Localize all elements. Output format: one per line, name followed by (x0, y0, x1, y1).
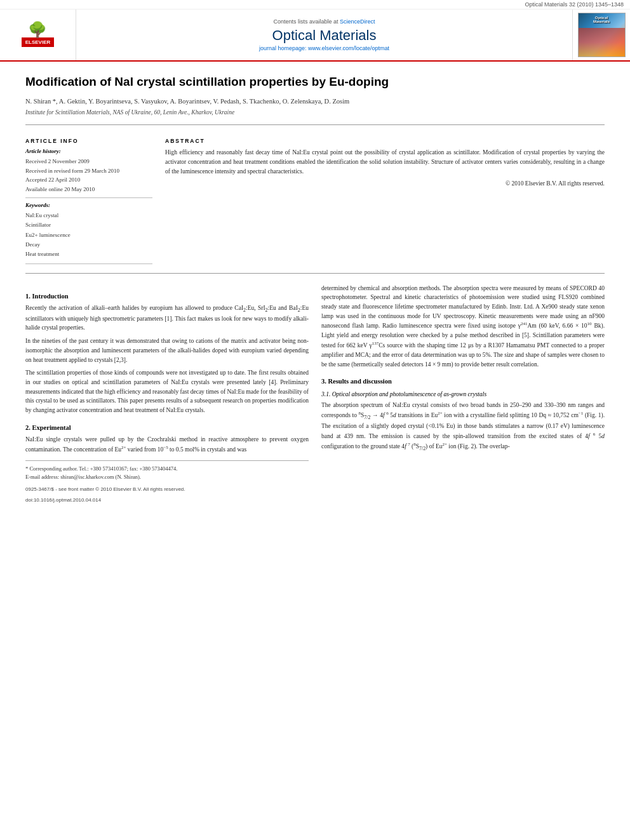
issn-line: 0925-3467/$ - see front matter © 2010 El… (25, 486, 309, 492)
content-divider (25, 273, 605, 274)
elsevier-logo-section: 🌳 ELSEVIER (0, 10, 76, 60)
body-content: 1. Introduction Recently the activation … (25, 284, 605, 503)
affiliation: Institute for Scintillation Materials, N… (25, 109, 605, 116)
authors-text: N. Shiran *, A. Gektin, Y. Boyarintseva,… (25, 98, 349, 105)
copyright-notice: © 2010 Elsevier B.V. All rights reserved… (165, 179, 605, 189)
elsevier-label: ELSEVIER (22, 37, 55, 47)
journal-title-section: Contents lists available at ScienceDirec… (76, 10, 573, 60)
footnote-email: E-mail address: shiran@isc.kharkov.com (… (25, 473, 309, 481)
journal-cover-image: OpticalMaterials (578, 13, 626, 57)
revised-date: Received in revised form 29 March 2010 (25, 166, 152, 175)
sciencedirect-prefix: Contents lists available at (273, 18, 338, 25)
keyword-3: Eu2+ luminescence (25, 230, 152, 240)
section1-title: 1. Introduction (25, 293, 309, 300)
info-divider-2 (25, 263, 152, 264)
available-date: Available online 20 May 2010 (25, 185, 152, 194)
elsevier-logo: 🌳 ELSEVIER (22, 22, 55, 48)
tree-icon: 🌳 (22, 22, 55, 37)
homepage-text: journal homepage: www.elsevier.com/locat… (259, 45, 389, 51)
journal-homepage: journal homepage: www.elsevier.com/locat… (259, 45, 389, 51)
footnote-corresponding: * Corresponding author. Tel.: +380 57341… (25, 465, 309, 473)
keyword-1: NaI:Eu crystal (25, 211, 152, 220)
journal-name: Optical Materials (272, 27, 377, 44)
section31-para: The absorption spectrum of NaI:Eu crysta… (321, 401, 605, 453)
body-right-col: determined by chemical and absorption me… (321, 284, 605, 503)
cover-image-decoration (579, 28, 625, 57)
journal-cover-section: OpticalMaterials (573, 10, 630, 60)
sciencedirect-line: Contents lists available at ScienceDirec… (273, 18, 375, 25)
journal-header: 🌳 ELSEVIER Contents lists available at S… (0, 10, 630, 62)
info-abstract-section: ARTICLE INFO Article history: Received 2… (25, 131, 605, 267)
accepted-date: Accepted 22 April 2010 (25, 175, 152, 184)
doi-line: doi:10.1016/j.optmat.2010.04.014 (25, 497, 309, 503)
section1-para3: The scintillation properties of those ki… (25, 368, 309, 415)
section1-para1: Recently the activation of alkali–earth … (25, 303, 309, 333)
cover-title: OpticalMaterials (593, 16, 610, 23)
section2-title: 2. Experimental (25, 424, 309, 431)
abstract-column: ABSTRACT High efficiency and reasonably … (165, 131, 605, 267)
main-content: Modification of NaI crystal scintillatio… (0, 62, 630, 516)
abstract-header: ABSTRACT (165, 138, 605, 144)
citation-bar: Optical Materials 32 (2010) 1345–1348 (0, 0, 630, 10)
received-date: Received 2 November 2009 (25, 157, 152, 166)
keywords-label: Keywords: (25, 202, 152, 208)
keywords-list: NaI:Eu crystal Scintillator Eu2+ lumines… (25, 211, 152, 259)
section31-title: 3.1. Optical absorption and photolumines… (321, 391, 605, 397)
citation-text: Optical Materials 32 (2010) 1345–1348 (525, 1, 624, 8)
section3-title: 3. Results and discussion (321, 378, 605, 385)
header-divider (25, 124, 605, 125)
section2-continuation: determined by chemical and absorption me… (321, 284, 605, 370)
body-two-col: 1. Introduction Recently the activation … (25, 284, 605, 503)
abstract-body: High efficiency and reasonably fast deca… (165, 149, 605, 174)
abstract-text: High efficiency and reasonably fast deca… (165, 148, 605, 188)
sciencedirect-link[interactable]: ScienceDirect (340, 18, 375, 25)
info-divider-1 (25, 197, 152, 198)
article-info-header: ARTICLE INFO (25, 138, 152, 144)
keyword-5: Heat treatment (25, 250, 152, 259)
authors-line: N. Shiran *, A. Gektin, Y. Boyarintseva,… (25, 97, 605, 107)
section1-para2: In the nineties of the past century it w… (25, 337, 309, 364)
article-info-column: ARTICLE INFO Article history: Received 2… (25, 131, 152, 267)
keyword-4: Decay (25, 240, 152, 250)
body-left-col: 1. Introduction Recently the activation … (25, 284, 309, 503)
article-title: Modification of NaI crystal scintillatio… (25, 74, 605, 90)
history-label: Article history: (25, 148, 152, 154)
footnote-section: * Corresponding author. Tel.: +380 57341… (25, 460, 309, 503)
section2-para1: NaI:Eu single crystals were pulled up by… (25, 435, 309, 455)
keyword-2: Scintillator (25, 220, 152, 230)
